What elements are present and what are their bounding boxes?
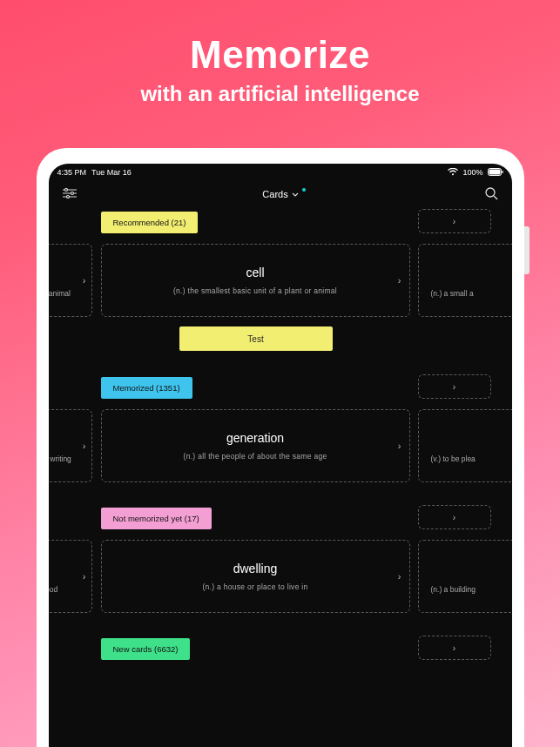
section-pill-memorized[interactable]: Memorized (1351) (101, 377, 192, 399)
peek-text: of wood (49, 585, 84, 594)
card-peek-right[interactable]: (n.) a building (418, 540, 512, 613)
test-button[interactable]: Test (179, 326, 333, 351)
tablet-button (524, 226, 530, 274)
card-peek-right[interactable]: (n.) a small a (418, 244, 512, 317)
search-icon[interactable] (485, 187, 498, 202)
section-pill-newcards[interactable]: New cards (6632) (101, 638, 191, 660)
app-screen: 4:35 PM Tue Mar 16 100% Cards (49, 164, 512, 747)
card-definition: (n.) the smallest basic unit of a plant … (173, 286, 337, 295)
chevron-right-icon: › (398, 275, 401, 286)
chevron-right-icon: › (453, 513, 455, 522)
chevron-right-icon: › (453, 382, 455, 392)
tablet-frame: 4:35 PM Tue Mar 16 100% Cards (37, 148, 524, 747)
peek-text: nt or animal (49, 289, 84, 298)
nav-title-dropdown[interactable]: Cards (262, 189, 298, 199)
content-area: Recommended (21) › › nt or animal cell (… (49, 209, 512, 747)
card-peek-left[interactable]: › of wood (49, 540, 92, 613)
card-definition: (n.) all the people of about the same ag… (184, 452, 327, 461)
chevron-right-icon: › (83, 441, 86, 451)
svg-rect-2 (502, 171, 503, 173)
svg-point-6 (64, 189, 67, 192)
chevron-right-icon: › (453, 643, 455, 653)
svg-rect-1 (489, 169, 500, 174)
promo-subtitle: with an artificial intelligence (0, 82, 560, 106)
card-title: generation (226, 431, 284, 445)
section-pill-recommended[interactable]: Recommended (21) (101, 212, 199, 233)
status-date: Tue Mar 16 (91, 168, 132, 177)
card-peek-left[interactable]: › nt or animal (49, 244, 92, 317)
section-more-notmemorized[interactable]: › (418, 505, 491, 529)
card-dwelling[interactable]: dwelling (n.) a house or place to live i… (101, 540, 410, 613)
nav-title-text: Cards (262, 189, 287, 199)
status-bar: 4:35 PM Tue Mar 16 100% (49, 164, 512, 179)
peek-text: ce of writing (49, 454, 84, 463)
peek-text: (n.) a building (431, 585, 476, 594)
section-more-recommended[interactable]: › (418, 209, 491, 233)
card-definition: (n.) a house or place to live in (202, 582, 307, 591)
chevron-right-icon: › (83, 571, 86, 582)
card-generation[interactable]: generation (n.) all the people of about … (101, 409, 410, 482)
status-time: 4:35 PM (57, 168, 87, 177)
battery-icon (488, 168, 503, 178)
chevron-right-icon: › (398, 441, 401, 451)
notification-dot-icon (302, 188, 306, 192)
chevron-right-icon: › (453, 217, 455, 226)
wifi-icon (448, 168, 458, 178)
section-pill-notmemorized[interactable]: Not memorized yet (17) (101, 508, 212, 529)
peek-text: (n.) a small a (431, 289, 474, 298)
chevron-down-icon (292, 189, 299, 199)
card-peek-right[interactable]: (v.) to be plea (418, 409, 512, 482)
card-title: dwelling (233, 562, 278, 575)
peek-text: (v.) to be plea (431, 454, 476, 463)
chevron-right-icon: › (398, 571, 401, 582)
nav-bar: Cards (49, 179, 512, 209)
section-more-newcards[interactable]: › (418, 636, 491, 660)
svg-line-10 (494, 196, 497, 199)
filter-icon[interactable] (63, 188, 77, 200)
section-more-memorized[interactable]: › (418, 374, 491, 399)
card-peek-left[interactable]: › ce of writing (49, 409, 92, 482)
card-cell[interactable]: cell (n.) the smallest basic unit of a p… (101, 244, 410, 317)
svg-point-9 (486, 188, 495, 197)
status-battery-text: 100% (462, 168, 482, 177)
svg-point-8 (66, 196, 69, 199)
card-title: cell (246, 266, 264, 279)
chevron-right-icon: › (83, 275, 86, 286)
promo-title: Memorize (0, 33, 560, 77)
svg-point-7 (71, 192, 73, 195)
